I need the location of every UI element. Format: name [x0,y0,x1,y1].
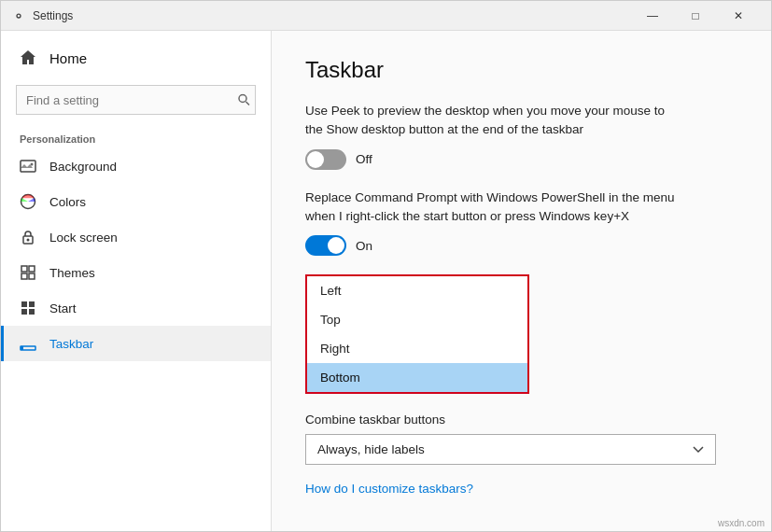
taskbar-icon [20,335,36,352]
sidebar: Home Personalization Background [1,31,272,531]
sidebar-item-label: Themes [49,266,95,280]
search-container [16,85,256,115]
lock-screen-icon [20,229,36,245]
chevron-down-icon [693,446,704,454]
titlebar-title: Settings [33,9,73,22]
svg-rect-11 [21,301,27,307]
combine-dropdown[interactable]: Always, hide labels [305,434,716,465]
sidebar-home[interactable]: Home [1,38,271,77]
combine-label: Combine taskbar buttons [305,413,737,427]
titlebar-controls: — □ ✕ [631,1,760,31]
svg-point-6 [27,239,30,242]
search-button[interactable] [238,94,250,106]
svg-rect-9 [21,273,27,279]
close-button[interactable]: ✕ [717,1,760,31]
svg-point-0 [239,95,246,103]
customize-link[interactable]: How do I customize taskbars? [305,482,473,496]
settings-window: Settings — □ ✕ Home Persona [0,0,772,532]
list-item-left[interactable]: Left [307,276,527,305]
sidebar-item-label: Colors [49,195,86,209]
svg-rect-14 [29,309,35,315]
setting1-description: Use Peek to preview the desktop when you… [305,102,737,140]
sidebar-item-taskbar[interactable]: Taskbar [1,326,271,361]
svg-rect-10 [29,273,35,279]
list-item-top[interactable]: Top [307,305,527,334]
svg-rect-13 [21,309,27,315]
start-icon [20,300,36,316]
content-area: Home Personalization Background [1,31,771,531]
sidebar-item-label: Start [49,301,77,315]
svg-point-3 [31,163,34,166]
list-item-right[interactable]: Right [307,334,527,363]
powershell-toggle[interactable] [305,235,346,256]
page-title: Taskbar [305,57,737,83]
sidebar-section-label: Personalization [1,126,271,148]
sidebar-item-colors[interactable]: Colors [1,184,271,219]
svg-line-1 [246,102,250,105]
svg-rect-16 [21,346,23,350]
settings-icon [12,9,25,22]
peek-toggle[interactable] [305,149,346,170]
home-icon [20,49,36,66]
setting1-toggle-row: Off [305,149,737,170]
sidebar-item-lock-screen[interactable]: Lock screen [1,219,271,255]
background-icon [20,158,36,175]
taskbar-position-list: Left Top Right Bottom [305,274,529,394]
setting2-toggle-row: On [305,235,737,256]
svg-rect-7 [21,266,27,272]
list-item-bottom[interactable]: Bottom [307,363,527,392]
search-icon [238,94,250,106]
main-content: Taskbar Use Peek to preview the desktop … [272,31,771,531]
minimize-button[interactable]: — [631,1,674,31]
sidebar-item-label: Lock screen [49,231,118,245]
sidebar-item-start[interactable]: Start [1,290,271,326]
sidebar-home-label: Home [49,50,87,66]
svg-rect-12 [29,301,35,307]
search-input[interactable] [16,85,256,115]
titlebar: Settings — □ ✕ [1,1,771,31]
setting2-description: Replace Command Prompt with Windows Powe… [305,189,737,227]
colors-icon [20,193,36,210]
setting2-toggle-label: On [356,239,372,253]
combine-value: Always, hide labels [317,442,425,456]
sidebar-item-label: Background [49,160,117,174]
sidebar-item-themes[interactable]: Themes [1,255,271,290]
sidebar-item-label: Taskbar [49,337,93,351]
maximize-button[interactable]: □ [674,1,717,31]
themes-icon [20,264,36,281]
setting1-toggle-label: Off [356,152,372,166]
toggle-knob [328,237,344,254]
svg-rect-8 [29,266,35,272]
sidebar-item-background[interactable]: Background [1,148,271,184]
titlebar-left: Settings [12,9,73,22]
toggle-knob [307,151,324,168]
